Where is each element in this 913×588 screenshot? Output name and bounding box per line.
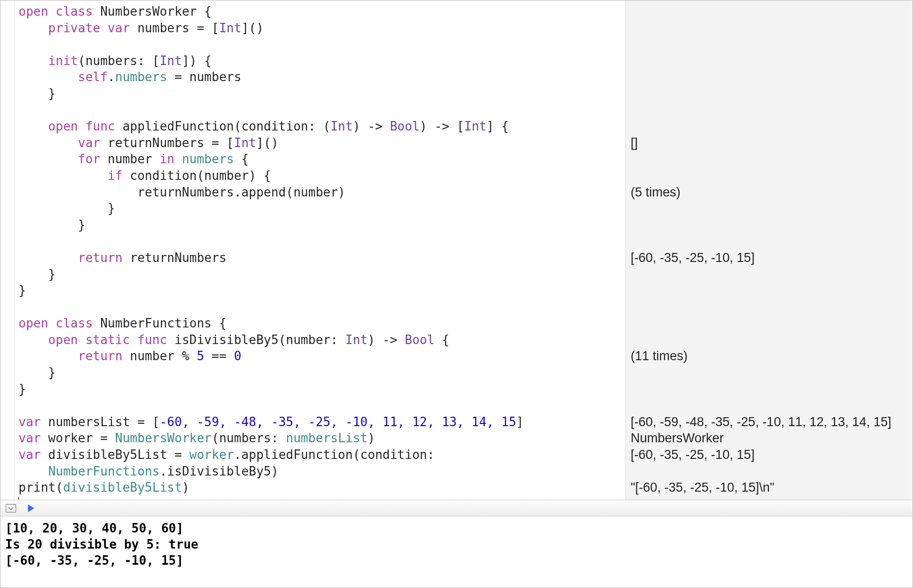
code-token: divisibleBy5List =: [41, 448, 189, 462]
code-token: open static func: [19, 333, 167, 347]
console-output[interactable]: [10, 20, 30, 40, 50, 60] Is 20 divisible…: [0, 516, 913, 588]
code-token: Int: [219, 21, 242, 35]
code-token: NumberFunctions {: [93, 316, 227, 330]
result-value: [-60, -59, -48, -35, -25, -10, 11, 12, 1…: [631, 414, 909, 430]
code-token: .: [108, 70, 115, 84]
main-split: open class NumbersWorker { private var n…: [0, 0, 913, 500]
code-token: [19, 464, 48, 478]
code-token: number %: [122, 349, 197, 363]
code-token: ==: [204, 349, 234, 363]
code-token: .isDivisibleBy5): [159, 464, 278, 478]
code-token: for: [19, 152, 100, 166]
code-token: Int: [330, 119, 353, 133]
code-token: ): [182, 480, 189, 495]
code-token: returnNumbers.append(number): [19, 185, 345, 199]
results-sidebar: [](5 times)[-60, -35, -25, -10, 15](11 t…: [625, 0, 913, 500]
code-token: Bool: [390, 119, 420, 133]
code-token: ) ->: [368, 333, 405, 347]
code-token: worker: [189, 448, 234, 462]
code-token: return: [19, 349, 122, 363]
code-token: open func: [19, 119, 115, 133]
code-token: returnNumbers = [: [100, 136, 234, 150]
code-token: Int: [234, 136, 256, 150]
code-token: }: [19, 382, 26, 396]
result-value: "[-60, -35, -25, -10, 15]\n": [631, 479, 909, 496]
code-token: NumbersWorker: [115, 431, 212, 445]
code-token: returnNumbers: [122, 251, 226, 265]
code-token: ) -> [: [419, 119, 464, 133]
code-token: var: [19, 431, 41, 445]
console-line: Is 20 divisible by 5: true: [5, 537, 198, 551]
play-icon: [27, 504, 35, 513]
code-token: ](): [256, 136, 279, 150]
code-token: in: [159, 152, 174, 166]
debug-toolbar: [0, 500, 913, 516]
code-token: .appliedFunction(condition:: [234, 448, 442, 462]
code-token: numbers: [115, 70, 168, 84]
code-token: }: [19, 86, 56, 101]
code-token: init: [19, 54, 78, 68]
code-token: }: [19, 283, 26, 298]
code-token: var: [19, 136, 100, 150]
code-token: (numbers: [: [78, 54, 159, 68]
code-token: Int: [345, 333, 368, 347]
code-token: numbers = [: [130, 21, 219, 35]
code-token: Int: [464, 119, 486, 133]
code-token: NumbersWorker {: [93, 4, 212, 19]
code-token: 0: [234, 349, 242, 363]
code-token: open class: [19, 4, 93, 19]
result-value: (5 times): [631, 184, 909, 201]
code-token: if: [19, 168, 122, 183]
code-token: ]) {: [182, 54, 212, 68]
code-token: ] {: [486, 119, 509, 133]
code-token: ): [368, 431, 375, 445]
code-token: private var: [19, 21, 130, 35]
code-token: var: [19, 448, 41, 462]
code-token: condition(number) {: [122, 168, 271, 183]
code-token: }: [19, 218, 85, 232]
code-token: appliedFunction(condition: (: [115, 119, 331, 133]
code-token: self: [19, 70, 108, 84]
code-token: Bool: [405, 333, 435, 347]
svg-rect-0: [6, 504, 16, 512]
code-token: number: [100, 152, 159, 166]
playground-window: open class NumbersWorker { private var n…: [0, 0, 913, 588]
code-token: }: [19, 267, 56, 281]
text-cursor: [19, 497, 19, 500]
code-token: worker =: [41, 431, 115, 445]
code-token: = numbers: [167, 70, 242, 84]
code-token: ]: [516, 415, 524, 429]
code-token: print(: [19, 480, 63, 495]
code-token: isDivisibleBy5(number:: [167, 333, 345, 347]
code-token: (numbers:: [212, 431, 286, 445]
code-token: NumberFunctions: [48, 464, 160, 478]
code-token: ](): [242, 21, 264, 35]
result-value: (11 times): [631, 348, 909, 364]
code-token: -60, -59, -48, -35, -25, -10, 11, 12, 13…: [159, 415, 516, 429]
code-token: var: [19, 415, 41, 429]
code-editor[interactable]: open class NumbersWorker { private var n…: [15, 0, 625, 500]
code-token: open class: [19, 316, 93, 330]
console-line: [10, 20, 30, 40, 50, 60]: [5, 521, 184, 535]
code-token: {: [435, 333, 449, 347]
console-line: [-60, -35, -25, -10, 15]: [5, 553, 184, 568]
chevron-down-boxed-icon: [6, 504, 16, 513]
code-token: numbersList = [: [41, 415, 159, 429]
code-token: numbers: [182, 152, 234, 166]
code-token: ) ->: [353, 119, 390, 133]
toggle-results-button[interactable]: [5, 503, 17, 514]
result-value: NumbersWorker: [631, 430, 909, 447]
code-token: }: [19, 201, 115, 215]
code-token: [175, 152, 182, 166]
result-value: [-60, -35, -25, -10, 15]: [631, 447, 909, 463]
code-token: Int: [159, 54, 182, 68]
code-token: numbersList: [286, 431, 368, 445]
code-token: 5: [197, 349, 205, 363]
code-token: return: [19, 251, 122, 265]
line-gutter: [0, 0, 15, 500]
code-token: }: [19, 365, 56, 380]
code-token: {: [234, 152, 249, 166]
run-button[interactable]: [25, 503, 37, 514]
result-value: [-60, -35, -25, -10, 15]: [631, 250, 909, 266]
result-value: []: [631, 135, 909, 151]
